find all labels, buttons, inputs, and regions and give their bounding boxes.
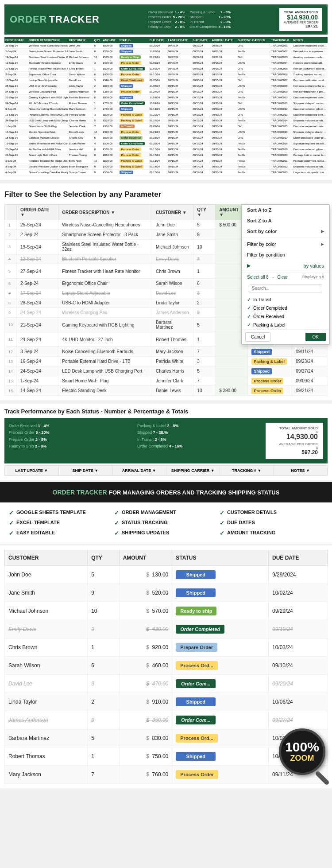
zoom-col-qty: QTY <box>88 550 120 566</box>
feature-label-om: ORDER MANAGEMENT <box>122 510 176 515</box>
table-row: Sarah Wilson 6 $ 460.00 Process Ord... 0… <box>5 657 328 675</box>
check-packing-label[interactable]: ✓ Packing & Label <box>242 321 329 329</box>
check-icon-2: ✓ <box>247 306 251 311</box>
stat-process-order: Process Order 5 - 20% <box>9 429 137 436</box>
table-row: 3-Sep-24 Foldable Treadmill for Home Use… <box>4 158 328 164</box>
dropdown-filter-condition[interactable]: Filter by condition <box>242 249 329 260</box>
feature-label-gs: GOOGLE SHEETS TEMPLATE <box>16 510 86 515</box>
stat-ready-ship: Ready to Ship 2 - 8% <box>9 443 137 450</box>
col-ship-date: SHIP DATE <box>192 37 211 43</box>
check-icon-am: ✓ <box>220 530 224 537</box>
stat-prepare-order: Prepare Order 2 - 8% <box>9 436 137 443</box>
table-row: 12-Sep-24 Bluetooth Portable Speaker Emi… <box>4 60 328 66</box>
col-customer: CUSTOMER <box>68 37 93 43</box>
table-row: David Lee 3 $ 470.00 Order Com... 09/20/… <box>5 675 328 693</box>
stat-row-4: Ready to Ship2 - 8% <box>148 25 185 29</box>
stat-row-7: In Transit2 - 8% <box>189 20 231 24</box>
feature-label-dd: DUE DATES <box>227 520 255 525</box>
stat-row-1: Order Received1 - 4% <box>148 10 185 14</box>
dropdown-filter-color[interactable]: Filter by color ▶ <box>242 239 329 249</box>
magnify-circle: 100% ZOOM <box>279 728 325 775</box>
avg-per-order-label: AVERAGE PER ORDER <box>271 442 318 446</box>
stat-in-transit: In Transit 2 - 8% <box>137 436 266 443</box>
stat-row-8: Order Completed4 - 16% <box>189 25 231 29</box>
table-row: 25-Sep-24 Wireless Noise Cancelling Head… <box>4 43 328 49</box>
feature-order-mgmt: ✓ ORDER MANAGEMENT <box>114 510 218 516</box>
chevron-right-icon: ▶ <box>321 229 324 234</box>
dropdown-sort-color[interactable]: Sort by color ▶ <box>242 226 329 237</box>
col-arrival-date: ARRIVAL DATE <box>211 37 237 43</box>
features-grid: ✓ GOOGLE SHEETS TEMPLATE ✓ ORDER MANAGEM… <box>9 510 323 537</box>
dropdown-search-input[interactable] <box>249 284 322 292</box>
bcol-ship-date: SHIP DATE ▼ <box>59 466 113 475</box>
dropdown-cancel-button[interactable]: Cancel <box>245 332 270 342</box>
list-item: 14 24-Sep-24 LED Desk Lamp with USB Char… <box>5 366 328 376</box>
table-row: 19-Sep-24 Smart Thermostat with Voice Co… <box>4 141 328 147</box>
dropdown-by-values[interactable]: ▶ by values <box>242 260 329 271</box>
black-banner: ORDER TRACKER FOR MANAGING ORDERS AND TR… <box>0 482 332 502</box>
col-order-date: ORDER DATE <box>4 37 28 43</box>
filter-col-customer: CUSTOMER ▼ <box>152 205 193 220</box>
check-icon-ee: ✓ <box>9 530 14 537</box>
dropdown-ok-button[interactable]: OK <box>305 333 326 341</box>
filter-col-desc: ORDER DESCRIPTION ▼ <box>58 205 152 220</box>
feature-label-st: STATUS TRACKING <box>122 520 167 525</box>
col-due-date: DUE DATE <box>149 37 167 43</box>
table-row: 4-Sep-24 Noise Cancelling Over-Ear Headp… <box>4 170 328 175</box>
dropdown-select-controls: Select all 8 - Clear Displaying 8 <box>242 273 329 281</box>
table-row: 3-Sep-24 Noise-Cancelling Bluetooth Earb… <box>4 106 328 112</box>
stat-row-2: Process Order5 - 20% <box>148 15 185 19</box>
filter-col-qty: QTY ▼ <box>193 205 216 220</box>
total-amount-label: TOTAL AMOUNT SOLD <box>284 11 318 14</box>
total-amount-value: $14,930.00 <box>284 14 318 21</box>
dropdown-sort-az[interactable]: Sort A to Z <box>242 205 329 215</box>
table-row: 16-Sep-24 Portable External Hard Drive 1… <box>4 112 328 118</box>
table-row: 2-Sep-24 Ergonomic Office Chair Sarah Wi… <box>4 72 328 78</box>
check-icon-3: ✓ <box>247 314 251 319</box>
table-row: 17-Sep-24 Laptop Stand Adjustable David … <box>4 78 328 83</box>
table-row: Jane Smith 9 $ 520.00 Shipped 10/02/24 <box>5 584 328 602</box>
table-row: Michael Johnson 10 $ 570.00 Ready to shi… <box>5 602 328 620</box>
clear-link[interactable]: Clear <box>277 275 288 280</box>
col-status: STATUS <box>119 37 149 43</box>
check-icon-gs: ✓ <box>9 510 14 516</box>
dropdown-search-wrapper <box>242 281 329 296</box>
tracker-header: ORDER TRACKER Order Received1 - 4% Proce… <box>4 4 328 35</box>
check-order-received[interactable]: ✓ Order Received <box>242 312 329 321</box>
table-row: 1-Sep-24 Smart Home Wi-Fi Plug Jennifer … <box>4 124 328 129</box>
stat-shipped: Shipped 7 - 28.% <box>137 429 266 436</box>
stat-col-right: Packing & Label2 - 8% Shipped7 - 28% In … <box>189 10 231 29</box>
col-qty: QTY <box>93 37 102 43</box>
avg-label: AVERAGE PER ORDER <box>284 21 318 24</box>
list-item: 15 1-Sep-24 Smart Home Wi-Fi Plug Jennif… <box>5 376 328 386</box>
stats-total-box: TOTAL AMOUNT SOLD $ 14,930.00 AVERAGE PE… <box>266 423 323 459</box>
stats-title: Track Performance by Each Status - Numbe… <box>4 408 328 415</box>
avg-per-order-value: 597.20 <box>271 449 318 455</box>
table-row: John Doe 5 $ 130.00 Shipped 9/29/2024 <box>5 566 328 584</box>
bcol-notes: NOTES ▼ <box>274 466 328 475</box>
table-row: 21-Sep-24 Smart Light Bulb 4 Pack Thomas… <box>4 152 328 158</box>
check-icon-1: ✓ <box>247 297 251 302</box>
table-row: Chris Brown 1 $ 920.00 Prepare Order 10/… <box>5 638 328 657</box>
avg-value: £97.21 <box>284 24 318 28</box>
section-spreadsheet: ORDER TRACKER Order Received1 - 4% Proce… <box>0 0 332 180</box>
dropdown-sort-za[interactable]: Sort Z to A <box>242 215 329 226</box>
dropdown-sep-1 <box>242 237 329 238</box>
select-all-link[interactable]: Select all 8 <box>247 275 269 280</box>
section-stats: Track Performance by Each Status - Numbe… <box>0 404 332 480</box>
stat-row-6: Shipped7 - 28% <box>189 15 231 19</box>
col-tracking: TRACKING # <box>270 37 293 43</box>
bcol-last-update: LAST UPDATE ▼ <box>5 466 59 475</box>
bcol-arrival-date: ARRIVAL DATE ▼ <box>112 466 166 475</box>
check-in-transit[interactable]: ✓ In Transit <box>242 296 329 304</box>
check-icon-sh: ✓ <box>114 530 119 537</box>
magnify-badge-wrapper: 100% ZOOM <box>279 728 325 775</box>
bottom-cols-header: LAST UPDATE ▼ SHIP DATE ▼ ARRIVAL DATE ▼… <box>4 465 328 476</box>
dropdown-sep-2 <box>242 272 329 272</box>
feature-shipping: ✓ SHIPPING UPDATES <box>114 530 218 537</box>
zoom-percent: 100% <box>285 740 319 754</box>
feature-label-sh: SHIPPING UPDATES <box>122 530 169 535</box>
zoom-col-amount: AMOUNT <box>119 550 172 566</box>
check-order-completed[interactable]: ✓ Order Completed <box>242 304 329 312</box>
filter-dropdown[interactable]: Sort A to Z Sort Z to A Sort by color ▶ … <box>241 204 330 345</box>
